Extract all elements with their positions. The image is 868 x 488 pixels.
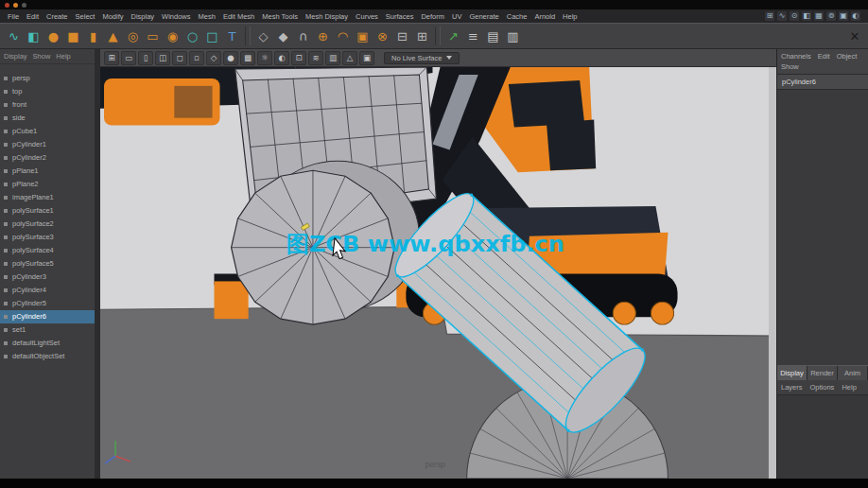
poly-torus-icon[interactable]: ◎ — [123, 26, 143, 46]
close-icon[interactable]: ✕ — [845, 29, 864, 44]
menu-uv[interactable]: UV — [448, 12, 465, 21]
poly-plane-icon[interactable]: ▭ — [143, 26, 163, 46]
shadows-icon[interactable]: ◐ — [274, 51, 289, 65]
gate-mask-icon[interactable]: ◫ — [155, 51, 170, 65]
smooth-icon[interactable]: ◠ — [333, 26, 353, 46]
resolution-gate-icon[interactable]: ▯ — [138, 51, 153, 65]
live-surface-dropdown[interactable]: No Live Surface — [384, 52, 460, 64]
shaded-icon[interactable]: ● — [223, 51, 238, 65]
layer-menu-help[interactable]: Help — [842, 383, 856, 392]
layer-menu-layers[interactable]: Layers — [781, 383, 803, 392]
xray-icon[interactable]: △ — [342, 51, 357, 65]
menu-arnold[interactable]: Arnold — [530, 12, 559, 21]
target-weld-icon[interactable]: ⊕ — [313, 26, 333, 46]
separate-icon[interactable]: ⊟ — [392, 26, 412, 46]
nurbs-square-icon[interactable]: □ — [202, 26, 222, 46]
menu-mesh-display[interactable]: Mesh Display — [302, 12, 352, 21]
paint-effects-icon[interactable]: ▥ — [503, 26, 523, 46]
outliner-menu-show[interactable]: Show — [33, 52, 51, 61]
outliner-item-pcylinder4[interactable]: pCylinder4 — [0, 284, 95, 297]
surface-tool-icon[interactable]: ◧ — [24, 26, 43, 46]
menu-edit[interactable]: Edit — [23, 12, 43, 21]
outliner-item-pcube1[interactable]: pCube1 — [0, 125, 95, 138]
channel-menu-edit[interactable]: Edit — [818, 52, 830, 61]
boolean-icon[interactable]: ⊗ — [373, 26, 392, 46]
outliner-item-pplane2[interactable]: pPlane2 — [0, 178, 95, 191]
window-close-dot[interactable] — [5, 3, 9, 8]
outliner-item-polysurface4[interactable]: polySurface4 — [0, 244, 95, 257]
menu-surfaces[interactable]: Surfaces — [382, 12, 418, 21]
lights-icon[interactable]: ☼ — [257, 51, 272, 65]
channel-menu-channels[interactable]: Channels — [781, 52, 811, 61]
snap-point-icon[interactable]: ⊙ — [790, 11, 799, 21]
wireframe-icon[interactable]: ◇ — [206, 51, 221, 65]
menu-create[interactable]: Create — [43, 12, 72, 21]
outliner-menu-display[interactable]: Display — [4, 52, 27, 61]
paint-weights-icon[interactable]: ▤ — [483, 26, 503, 46]
outliner-item-pcylinder6[interactable]: pCylinder6 — [0, 310, 95, 323]
layer-list[interactable] — [777, 395, 868, 479]
nurbs-circle-icon[interactable]: ○ — [182, 26, 202, 46]
ao-icon[interactable]: ⊡ — [291, 51, 306, 65]
outliner-item-top[interactable]: top — [0, 85, 95, 98]
sculpt-icon[interactable]: ≡ — [463, 26, 483, 46]
history-icon[interactable]: ⊚ — [826, 11, 836, 21]
layer-tab-anim[interactable]: Anim — [838, 366, 868, 380]
outliner-item-pplane1[interactable]: pPlane1 — [0, 165, 95, 178]
film-gate-icon[interactable]: ▭ — [121, 51, 136, 65]
poly-disc-icon[interactable]: ◉ — [163, 26, 182, 46]
menu-select[interactable]: Select — [72, 12, 99, 21]
outliner-item-polysurface1[interactable]: polySurface1 — [0, 204, 95, 218]
outliner-item-pcylinder2[interactable]: pCylinder2 — [0, 151, 95, 165]
channel-menu-object[interactable]: Object — [837, 52, 858, 61]
menu-display[interactable]: Display — [128, 12, 159, 21]
menu-windows[interactable]: Windows — [158, 12, 194, 21]
viewport-canvas[interactable]: 图ZCB www.qbxxfb.cn pers — [100, 67, 776, 479]
make-live-icon[interactable]: ▦ — [814, 11, 824, 21]
curve-tool-icon[interactable]: ∿ — [4, 26, 24, 46]
outliner-item-side[interactable]: side — [0, 112, 95, 125]
safe-action-icon[interactable]: ◻ — [172, 51, 187, 65]
menu-deform[interactable]: Deform — [417, 12, 448, 21]
snap-plane-icon[interactable]: ◧ — [802, 11, 811, 21]
poly-cone-icon[interactable]: ▲ — [103, 26, 123, 46]
render-icon[interactable]: ▣ — [839, 11, 848, 21]
outliner-item-polysurface2[interactable]: polySurface2 — [0, 218, 95, 231]
mirror-icon[interactable]: ▣ — [353, 26, 373, 46]
viewport-scrollbar[interactable] — [769, 67, 776, 479]
text-tool-icon[interactable]: T — [222, 26, 242, 46]
ipr-render-icon[interactable]: ◐ — [851, 11, 860, 21]
menu-generate[interactable]: Generate — [465, 12, 502, 21]
layer-tab-render[interactable]: Render — [807, 366, 838, 380]
bevel-icon[interactable]: ◆ — [273, 26, 293, 46]
outliner-item-pcylinder5[interactable]: pCylinder5 — [0, 297, 95, 310]
outliner-item-persp[interactable]: persp — [0, 72, 95, 85]
extrude-icon[interactable]: ◇ — [253, 26, 273, 46]
menu-file[interactable]: File — [4, 12, 23, 21]
menu-edit-mesh[interactable]: Edit Mesh — [219, 12, 258, 21]
motion-blur-icon[interactable]: ≋ — [308, 51, 323, 65]
snap-curve-icon[interactable]: ∿ — [777, 11, 787, 21]
multisample-icon[interactable]: ▥ — [325, 51, 340, 65]
safe-title-icon[interactable]: ▫ — [189, 51, 204, 65]
combine-icon[interactable]: ⊞ — [412, 26, 432, 46]
channel-menu-show[interactable]: Show — [781, 62, 799, 71]
textured-icon[interactable]: ▩ — [240, 51, 255, 65]
outliner-item-pcylinder3[interactable]: pCylinder3 — [0, 270, 95, 284]
outliner-item-polysurface5[interactable]: polySurface5 — [0, 257, 95, 270]
quad-draw-icon[interactable]: ↗ — [443, 26, 463, 46]
menu-mesh-tools[interactable]: Mesh Tools — [258, 12, 302, 21]
layer-menu-options[interactable]: Options — [810, 383, 835, 392]
outliner-menu-help[interactable]: Help — [56, 52, 70, 61]
window-maximize-dot[interactable] — [22, 3, 26, 8]
menu-cache[interactable]: Cache — [503, 12, 531, 21]
grid-icon[interactable]: ⊞ — [104, 51, 119, 65]
outliner-item-pcylinder1[interactable]: pCylinder1 — [0, 138, 95, 151]
poly-sphere-icon[interactable]: ● — [43, 26, 63, 46]
poly-cylinder-icon[interactable]: ▮ — [83, 26, 103, 46]
bridge-icon[interactable]: ∩ — [293, 26, 313, 46]
menu-modify[interactable]: Modify — [98, 12, 127, 21]
menu-curves[interactable]: Curves — [352, 12, 382, 21]
outliner-item-defaultlightset[interactable]: defaultLightSet — [0, 337, 95, 350]
outliner-item-polysurface3[interactable]: polySurface3 — [0, 231, 95, 244]
